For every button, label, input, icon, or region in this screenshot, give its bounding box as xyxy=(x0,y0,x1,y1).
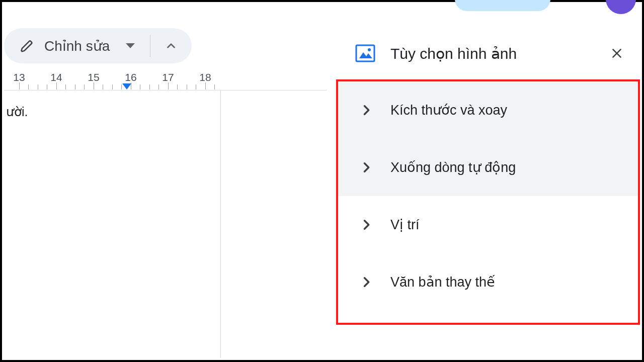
option-label: Kích thước và xoay xyxy=(390,102,507,118)
editing-mode-button[interactable]: Chỉnh sửa xyxy=(4,28,150,63)
option-label: Xuống dòng tự động xyxy=(390,159,516,175)
toolbar: Chỉnh sửa xyxy=(4,28,192,63)
collapse-toolbar-button[interactable] xyxy=(150,28,192,63)
share-pill[interactable] xyxy=(455,0,550,11)
mode-pill: Chỉnh sửa xyxy=(4,28,192,63)
chevron-right-icon xyxy=(359,103,373,117)
horizontal-ruler[interactable]: 13 14 15 16 17 18 xyxy=(4,69,327,90)
close-icon xyxy=(610,47,623,60)
chevron-right-icon xyxy=(359,218,373,232)
option-label: Văn bản thay thế xyxy=(390,274,495,290)
svg-rect-1 xyxy=(356,45,374,61)
close-sidebar-button[interactable] xyxy=(606,42,628,64)
svg-point-3 xyxy=(368,48,371,51)
pencil-icon xyxy=(20,38,35,53)
page-margin-line xyxy=(220,90,221,358)
ruler-number: 15 xyxy=(88,71,99,83)
sidebar-header: Tùy chọn hình ảnh xyxy=(334,29,640,77)
account-avatar[interactable] xyxy=(606,0,636,14)
chevron-down-icon xyxy=(126,43,135,48)
option-text-wrap[interactable]: Xuống dòng tự động xyxy=(338,139,638,196)
ruler-number: 18 xyxy=(199,71,211,83)
sidebar-title: Tùy chọn hình ảnh xyxy=(390,45,606,62)
chevron-right-icon xyxy=(359,275,373,289)
option-position[interactable]: Vị trí xyxy=(338,196,638,253)
option-alt-text[interactable]: Văn bản thay thế xyxy=(338,253,638,311)
app-frame: Chỉnh sửa 13 14 15 16 17 18 xyxy=(0,0,644,362)
ruler-number: 13 xyxy=(13,71,25,83)
editing-mode-label: Chỉnh sửa xyxy=(44,38,110,54)
chevron-right-icon xyxy=(359,160,373,174)
document-text-fragment: ười. xyxy=(6,105,28,119)
svg-marker-0 xyxy=(122,83,131,89)
document-canvas[interactable]: ười. xyxy=(4,90,327,358)
ruler-number: 14 xyxy=(50,71,62,83)
svg-marker-2 xyxy=(359,52,372,58)
ruler-number: 17 xyxy=(162,71,174,83)
image-icon xyxy=(354,43,376,63)
option-size-rotate[interactable]: Kích thước và xoay xyxy=(338,81,638,139)
option-label: Vị trí xyxy=(390,217,420,233)
sidebar-options-highlight: Kích thước và xoay Xuống dòng tự động Vị… xyxy=(336,79,640,325)
ruler-number: 16 xyxy=(125,71,136,83)
chevron-up-icon xyxy=(165,39,178,52)
image-options-sidebar: Tùy chọn hình ảnh Kích thước và xoay Xuố… xyxy=(334,29,640,358)
